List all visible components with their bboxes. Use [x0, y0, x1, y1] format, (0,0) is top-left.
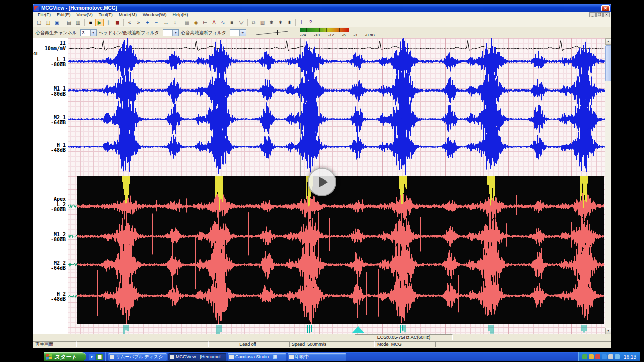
report-icon[interactable]: ▧	[258, 19, 267, 26]
taskbar-task[interactable]: MCGView - [Hemomot...	[168, 353, 226, 361]
close-button[interactable]: ✕	[601, 5, 610, 11]
menu-edit[interactable]: Edit(E)	[54, 12, 74, 17]
zoom-out-icon[interactable]: −	[152, 19, 161, 26]
ecg-filter-bar: ECG:0.05-75Hz,AC(60Hz)	[33, 334, 611, 341]
playback-channel-value: 3	[81, 30, 90, 35]
play-icon[interactable]: ▶	[95, 19, 104, 26]
v-scale-icon[interactable]: ↕	[171, 19, 179, 26]
windows-logo-icon	[46, 353, 52, 360]
restore-icon[interactable]: ❐	[596, 12, 603, 17]
chevron-down-icon: ▼	[239, 30, 246, 36]
status-bar: 再生画面 Lead off= Speed=500mm/s Mode=MCG	[33, 341, 611, 348]
level-meter: -24-18-12-6-3-0 dB	[300, 28, 376, 37]
clock[interactable]: 16:13	[624, 354, 636, 360]
minimize-icon[interactable]: _	[589, 12, 596, 17]
pause-icon[interactable]: ∥	[104, 19, 113, 26]
task-icon	[170, 355, 174, 359]
db-scale-label: -6	[342, 33, 345, 37]
scrollbar-thumb[interactable]	[605, 45, 611, 81]
task-label: Camtasia Studio - 無...	[235, 354, 281, 360]
vertical-scrollbar[interactable]: ▲ ▼	[605, 38, 611, 334]
menu-help[interactable]: Help(H)	[169, 12, 191, 17]
menu-mode[interactable]: Mode(M)	[116, 12, 140, 17]
settings-icon[interactable]: ✱	[267, 19, 276, 26]
taskbar-task[interactable]: Camtasia Studio - 無...	[228, 353, 286, 361]
new-file-icon[interactable]: ▢	[35, 19, 43, 26]
toolbar-separator	[123, 19, 124, 26]
print-preview-icon[interactable]: ▥	[74, 19, 83, 26]
tray-icon-1[interactable]	[589, 354, 594, 359]
channel-gain-label: -80dB	[51, 91, 66, 97]
ecg-filter-readout: ECG:0.05-75Hz,AC(60Hz)	[355, 334, 453, 340]
channel-gain-label: -48dB	[51, 296, 66, 302]
mdi-window-controls: _ ❐ ✕	[589, 12, 611, 17]
status-playback-screen: 再生画面	[33, 341, 77, 347]
toolbar: ▢◫▣▤▥■▶∥◼«»+−↔↕▦◆⊢A∿≡▽⧉▧✱⇞⇟i?	[33, 18, 611, 27]
help-icon[interactable]: ?	[306, 19, 315, 26]
ecg-scale-label: 10mm/mV	[45, 46, 66, 51]
rewind-icon[interactable]: «	[125, 19, 134, 26]
stop-icon[interactable]: ◼	[113, 19, 122, 26]
tray-icon-2[interactable]	[595, 354, 600, 359]
grid-icon[interactable]: ▦	[183, 19, 191, 26]
annotate-icon[interactable]: A	[210, 19, 218, 26]
task-label: 印刷中	[295, 354, 309, 360]
show-desktop-icon[interactable]: ▦	[96, 354, 103, 360]
db-scale-label: -0 dB	[365, 33, 375, 37]
waveform-plot[interactable]	[68, 38, 605, 334]
print-icon[interactable]: ▤	[65, 19, 73, 26]
menu-window[interactable]: Window(W)	[140, 12, 170, 17]
highcut-filter-select[interactable]: ▼	[230, 29, 246, 36]
play-button[interactable]	[308, 168, 336, 196]
taskbar-task[interactable]: リムーバブル ディスク (F:)	[108, 353, 167, 361]
open-file-icon[interactable]: ◫	[44, 19, 52, 26]
save-icon[interactable]: ▣	[53, 19, 61, 26]
tray-icons	[582, 354, 620, 359]
close-icon[interactable]: ✕	[603, 12, 610, 17]
scale-down-icon[interactable]: ⇟	[285, 19, 294, 26]
record-icon[interactable]: ■	[86, 19, 95, 26]
channel-gain-label: -80dB	[51, 62, 66, 67]
scale-up-icon[interactable]: ⇞	[276, 19, 285, 26]
scroll-up-icon[interactable]: ▲	[605, 38, 611, 45]
gain-slider[interactable]	[255, 29, 290, 36]
windows-taskbar: スタート e▦ リムーバブル ディスク (F:)MCGView - [Hemom…	[44, 352, 640, 361]
video-frame: MCGView - [Hemomotove.MCG] ✕ File(F)Edit…	[0, 0, 644, 362]
marker-icon[interactable]: ◆	[192, 19, 200, 26]
info-icon[interactable]: i	[297, 19, 306, 26]
toolbar-separator	[84, 19, 85, 26]
db-scale-label: -18	[314, 33, 320, 37]
tray-icon-3[interactable]	[602, 354, 607, 359]
menu-file[interactable]: File(F)	[35, 12, 54, 17]
channels-icon[interactable]: ≡	[228, 19, 236, 26]
video-play-overlay[interactable]	[308, 168, 336, 196]
tray-icon-4[interactable]	[608, 354, 613, 359]
db-scale: -24-18-12-6-3-0 dB	[300, 33, 375, 37]
menu-view[interactable]: View(V)	[74, 12, 96, 17]
ie-quick-launch-icon[interactable]: e	[89, 354, 95, 360]
tray-icon-0[interactable]	[582, 354, 587, 359]
task-icon	[289, 355, 294, 359]
system-tray: 16:13	[578, 352, 640, 361]
title-bar[interactable]: MCGView - [Hemomotove.MCG] ✕	[33, 4, 611, 12]
waveform-icon[interactable]: ∿	[219, 19, 227, 26]
tray-icon-5[interactable]	[615, 354, 620, 359]
scroll-down-icon[interactable]: ▼	[605, 328, 611, 334]
copy-icon[interactable]: ⧉	[249, 19, 258, 26]
ecg-position-label: 4L	[33, 51, 39, 56]
fast-forward-icon[interactable]: »	[134, 19, 143, 26]
start-button[interactable]: スタート	[44, 352, 86, 361]
measure-icon[interactable]: ⊢	[201, 19, 209, 26]
lowcut-filter-select[interactable]: ▼	[163, 29, 179, 36]
menu-tool[interactable]: Tool(T)	[96, 12, 116, 17]
toolbar-separator	[181, 19, 181, 26]
toolbar-separator	[295, 19, 296, 26]
filter-icon[interactable]: ▽	[237, 19, 246, 26]
zoom-in-icon[interactable]: +	[143, 19, 152, 26]
app-icon	[34, 6, 39, 11]
status-spacer-1	[77, 341, 209, 347]
taskbar-task[interactable]: 印刷中	[288, 353, 346, 361]
start-label: スタート	[54, 353, 77, 361]
playback-channel-select[interactable]: 3 ▼	[80, 29, 97, 36]
h-scale-icon[interactable]: ↔	[162, 19, 170, 26]
